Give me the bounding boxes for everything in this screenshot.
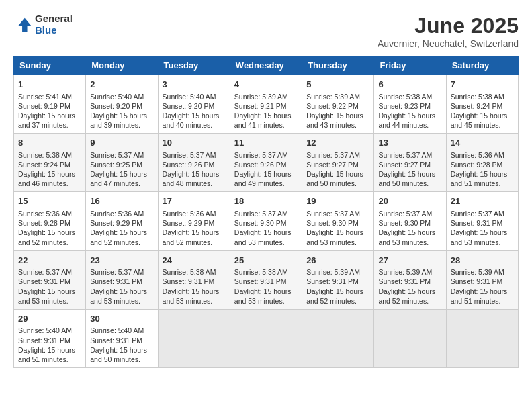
logo-general: General — [35, 13, 73, 25]
table-row: 1Sunrise: 5:41 AMSunset: 9:19 PMDaylight… — [14, 75, 86, 134]
sunset-text: Sunset: 9:29 PM — [163, 218, 226, 228]
daylight-text: Daylight: 15 hours and 52 minutes. — [18, 228, 81, 246]
sunset-text: Sunset: 9:22 PM — [306, 101, 369, 111]
day-number: 23 — [90, 255, 153, 267]
header-wednesday: Wednesday — [230, 56, 302, 75]
table-row: 17Sunrise: 5:36 AMSunset: 9:29 PMDayligh… — [158, 192, 230, 250]
day-number: 9 — [90, 137, 153, 149]
daylight-text: Daylight: 15 hours and 47 minutes. — [90, 169, 153, 188]
day-number: 29 — [18, 313, 81, 325]
daylight-text: Daylight: 15 hours and 41 minutes. — [234, 111, 298, 130]
header-friday: Friday — [374, 56, 446, 75]
day-number: 5 — [306, 79, 369, 91]
logo-icon — [13, 15, 32, 34]
daylight-text: Daylight: 15 hours and 43 minutes. — [306, 111, 369, 130]
table-row — [230, 309, 302, 367]
table-row: 7Sunrise: 5:38 AMSunset: 9:24 PMDaylight… — [446, 75, 518, 134]
day-number: 11 — [234, 137, 298, 149]
day-number: 18 — [234, 195, 298, 208]
sunrise-text: Sunrise: 5:37 AM — [234, 209, 298, 218]
day-number: 3 — [163, 79, 226, 91]
day-number: 10 — [163, 137, 226, 149]
table-row: 3Sunrise: 5:40 AMSunset: 9:20 PMDaylight… — [158, 75, 230, 134]
day-number: 21 — [451, 195, 514, 208]
sunset-text: Sunset: 9:28 PM — [451, 160, 514, 169]
sunset-text: Sunset: 9:31 PM — [306, 277, 369, 286]
day-number: 24 — [163, 255, 226, 267]
sunrise-text: Sunrise: 5:37 AM — [163, 150, 226, 160]
table-row: 26Sunrise: 5:39 AMSunset: 9:31 PMDayligh… — [302, 250, 374, 309]
table-row: 21Sunrise: 5:37 AMSunset: 9:31 PMDayligh… — [446, 192, 518, 250]
table-row: 11Sunrise: 5:37 AMSunset: 9:26 PMDayligh… — [230, 134, 302, 192]
table-row: 30Sunrise: 5:40 AMSunset: 9:31 PMDayligh… — [86, 309, 158, 367]
table-row — [302, 309, 374, 367]
sunrise-text: Sunrise: 5:37 AM — [378, 150, 441, 160]
daylight-text: Daylight: 15 hours and 45 minutes. — [451, 111, 514, 130]
day-number: 28 — [451, 255, 514, 267]
daylight-text: Daylight: 15 hours and 53 minutes. — [306, 228, 369, 246]
sunrise-text: Sunrise: 5:37 AM — [306, 209, 369, 218]
table-row: 23Sunrise: 5:37 AMSunset: 9:31 PMDayligh… — [86, 250, 158, 309]
daylight-text: Daylight: 15 hours and 53 minutes. — [163, 287, 226, 306]
table-row: 27Sunrise: 5:39 AMSunset: 9:31 PMDayligh… — [374, 250, 446, 309]
sunset-text: Sunset: 9:31 PM — [163, 277, 226, 286]
day-number: 1 — [18, 79, 81, 91]
sunset-text: Sunset: 9:27 PM — [378, 160, 441, 169]
daylight-text: Daylight: 15 hours and 51 minutes. — [451, 169, 514, 188]
table-row: 4Sunrise: 5:39 AMSunset: 9:21 PMDaylight… — [230, 75, 302, 134]
table-row: 16Sunrise: 5:36 AMSunset: 9:29 PMDayligh… — [86, 192, 158, 250]
day-number: 16 — [90, 195, 153, 208]
daylight-text: Daylight: 15 hours and 50 minutes. — [378, 169, 441, 188]
logo: General Blue — [13, 13, 73, 36]
daylight-text: Daylight: 15 hours and 52 minutes. — [378, 287, 441, 306]
sunset-text: Sunset: 9:30 PM — [234, 218, 298, 228]
page-header: General Blue June 2025 Auvernier, Neucha… — [13, 13, 519, 49]
table-row: 14Sunrise: 5:36 AMSunset: 9:28 PMDayligh… — [446, 134, 518, 192]
sunrise-text: Sunrise: 5:36 AM — [18, 209, 81, 218]
sunrise-text: Sunrise: 5:39 AM — [306, 92, 369, 101]
sunrise-text: Sunrise: 5:39 AM — [378, 267, 441, 277]
table-row: 15Sunrise: 5:36 AMSunset: 9:28 PMDayligh… — [14, 192, 86, 250]
table-row: 28Sunrise: 5:39 AMSunset: 9:31 PMDayligh… — [446, 250, 518, 309]
table-row: 22Sunrise: 5:37 AMSunset: 9:31 PMDayligh… — [14, 250, 86, 309]
daylight-text: Daylight: 15 hours and 51 minutes. — [18, 345, 81, 364]
day-number: 22 — [18, 255, 81, 267]
sunrise-text: Sunrise: 5:38 AM — [234, 267, 298, 277]
day-number: 19 — [306, 195, 369, 208]
daylight-text: Daylight: 15 hours and 53 minutes. — [451, 228, 514, 246]
day-number: 14 — [451, 137, 514, 149]
sunrise-text: Sunrise: 5:39 AM — [306, 267, 369, 277]
table-row: 12Sunrise: 5:37 AMSunset: 9:27 PMDayligh… — [302, 134, 374, 192]
day-number: 4 — [234, 79, 298, 91]
daylight-text: Daylight: 15 hours and 50 minutes. — [90, 345, 153, 364]
sunset-text: Sunset: 9:31 PM — [90, 277, 153, 286]
table-row: 2Sunrise: 5:40 AMSunset: 9:20 PMDaylight… — [86, 75, 158, 134]
day-number: 26 — [306, 255, 369, 267]
sunset-text: Sunset: 9:30 PM — [378, 218, 441, 228]
table-row: 5Sunrise: 5:39 AMSunset: 9:22 PMDaylight… — [302, 75, 374, 134]
day-number: 27 — [378, 255, 441, 267]
sunrise-text: Sunrise: 5:36 AM — [90, 209, 153, 218]
table-row: 20Sunrise: 5:37 AMSunset: 9:30 PMDayligh… — [374, 192, 446, 250]
sunset-text: Sunset: 9:24 PM — [451, 101, 514, 111]
sunset-text: Sunset: 9:31 PM — [18, 336, 81, 345]
table-row: 10Sunrise: 5:37 AMSunset: 9:26 PMDayligh… — [158, 134, 230, 192]
calendar-header-row: Sunday Monday Tuesday Wednesday Thursday… — [14, 56, 519, 75]
daylight-text: Daylight: 15 hours and 52 minutes. — [163, 228, 226, 246]
daylight-text: Daylight: 15 hours and 51 minutes. — [451, 287, 514, 306]
sunrise-text: Sunrise: 5:40 AM — [163, 92, 226, 101]
daylight-text: Daylight: 15 hours and 53 minutes. — [234, 287, 298, 306]
calendar-week-row: 1Sunrise: 5:41 AMSunset: 9:19 PMDaylight… — [14, 75, 519, 134]
daylight-text: Daylight: 15 hours and 52 minutes. — [306, 287, 369, 306]
sunset-text: Sunset: 9:25 PM — [90, 160, 153, 169]
daylight-text: Daylight: 15 hours and 37 minutes. — [18, 111, 81, 130]
calendar-subtitle: Auvernier, Neuchatel, Switzerland — [378, 38, 519, 49]
day-number: 6 — [378, 79, 441, 91]
table-row: 6Sunrise: 5:38 AMSunset: 9:23 PMDaylight… — [374, 75, 446, 134]
calendar-table: Sunday Monday Tuesday Wednesday Thursday… — [13, 56, 519, 368]
sunrise-text: Sunrise: 5:38 AM — [451, 92, 514, 101]
sunrise-text: Sunrise: 5:40 AM — [90, 326, 153, 335]
sunrise-text: Sunrise: 5:40 AM — [18, 326, 81, 335]
daylight-text: Daylight: 15 hours and 46 minutes. — [18, 169, 81, 188]
calendar-week-row: 8Sunrise: 5:38 AMSunset: 9:24 PMDaylight… — [14, 134, 519, 192]
